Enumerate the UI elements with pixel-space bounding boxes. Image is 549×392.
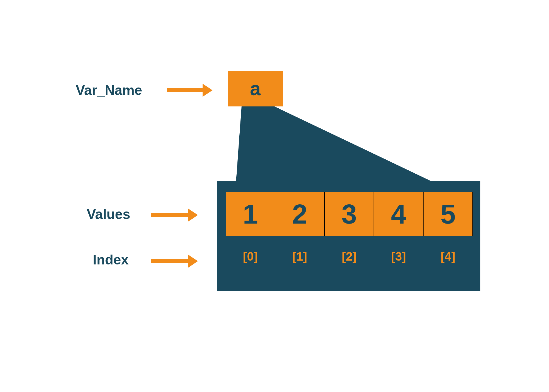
array-index: [0] xyxy=(226,248,275,265)
arrow-head-icon xyxy=(203,84,212,97)
array-cell: 1 xyxy=(226,192,275,236)
label-index: Index xyxy=(93,252,129,268)
label-values: Values xyxy=(87,206,130,222)
svg-marker-0 xyxy=(236,106,431,181)
array-cell: 2 xyxy=(275,192,324,236)
connector-shape xyxy=(236,106,434,181)
array-cell: 3 xyxy=(324,192,374,236)
arrow-shaft xyxy=(167,88,203,92)
array-cell: 5 xyxy=(423,192,473,236)
array-index: [2] xyxy=(324,248,374,265)
array-index: [1] xyxy=(275,248,324,265)
array-cells-row: 1 2 3 4 5 xyxy=(226,192,473,236)
arrow-head-icon xyxy=(188,255,198,268)
arrow-values xyxy=(151,208,198,222)
arrow-head-icon xyxy=(188,208,198,222)
label-var-name: Var_Name xyxy=(76,82,142,98)
arrow-var-name xyxy=(167,84,212,97)
array-index: [3] xyxy=(374,248,423,265)
arrow-shaft xyxy=(151,213,188,217)
arrow-shaft xyxy=(151,259,188,263)
array-index: [4] xyxy=(423,248,473,265)
array-cell: 4 xyxy=(374,192,423,236)
array-indices-row: [0] [1] [2] [3] [4] xyxy=(226,248,473,265)
arrow-index xyxy=(151,255,198,268)
var-name-box: a xyxy=(228,71,283,106)
